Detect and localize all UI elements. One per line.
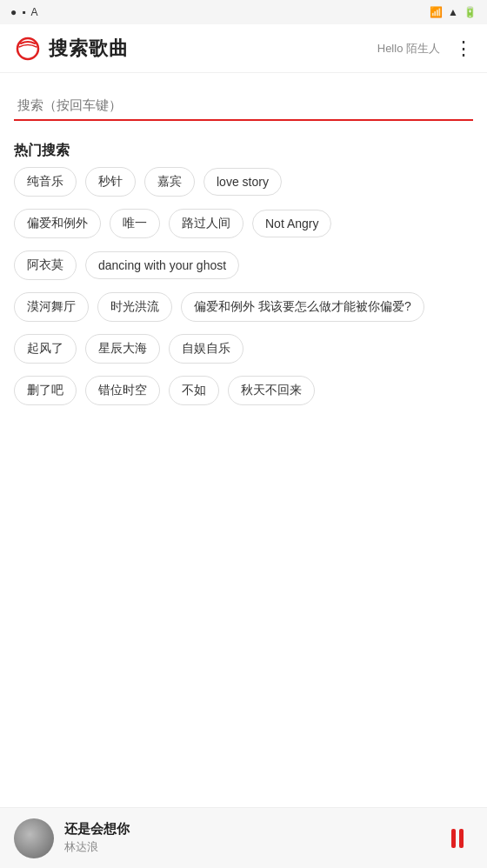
tag-mo-he[interactable]: 漠河舞厅 bbox=[14, 292, 89, 322]
bottom-player: 还是会想你 林达浪 bbox=[0, 807, 487, 868]
tags-row-2: 偏爱和例外 唯一 路过人间 Not Angry bbox=[14, 209, 473, 238]
tag-rather[interactable]: 不如 bbox=[169, 376, 219, 405]
tag-not-angry[interactable]: Not Angry bbox=[252, 210, 331, 237]
header: 搜索歌曲 Hello 陌生人 ⋮ bbox=[0, 24, 487, 73]
logo-icon bbox=[14, 35, 42, 63]
search-input[interactable] bbox=[14, 90, 473, 121]
pause-bar-right bbox=[459, 829, 464, 848]
player-avatar bbox=[14, 818, 54, 858]
header-hello-text: Hello 陌生人 bbox=[377, 41, 440, 57]
tags-row-6: 删了吧 错位时空 不如 秋天不回来 bbox=[14, 376, 473, 405]
square-icon: ▪ bbox=[22, 6, 25, 18]
hot-search-title: 热门搜索 bbox=[0, 131, 487, 167]
tag-pian-ai[interactable]: 偏爱和例外 bbox=[14, 209, 101, 238]
tag-wind-rise[interactable]: 起风了 bbox=[14, 334, 77, 364]
player-artist-name: 林达浪 bbox=[64, 839, 431, 855]
tag-dancing-ghost[interactable]: dancing with your ghost bbox=[85, 251, 239, 279]
avatar-image bbox=[14, 818, 54, 858]
tag-delete[interactable]: 删了吧 bbox=[14, 376, 77, 405]
tag-unique[interactable]: 唯一 bbox=[110, 209, 160, 238]
status-bar: ● ▪ A 📶 ▲ 🔋 bbox=[0, 0, 487, 24]
pause-bar-left bbox=[451, 829, 456, 848]
status-bar-left: ● ▪ A bbox=[10, 6, 38, 18]
tags-row-1: 纯音乐 秒针 嘉宾 love story bbox=[14, 167, 473, 197]
tag-pure-music[interactable]: 纯音乐 bbox=[14, 167, 77, 197]
tags-row-5: 起风了 星辰大海 自娱自乐 bbox=[14, 334, 473, 364]
player-info: 还是会想你 林达浪 bbox=[64, 821, 431, 855]
tags-row-4: 漠河舞厅 时光洪流 偏爱和例外 我该要怎么做才能被你偏爱? bbox=[14, 292, 473, 322]
notification-dot-icon: ● bbox=[10, 6, 17, 18]
tags-container: 纯音乐 秒针 嘉宾 love story 偏爱和例外 唯一 路过人间 Not A… bbox=[0, 167, 487, 405]
tag-ayi-mo[interactable]: 阿衣莫 bbox=[14, 250, 77, 280]
wifi-status-icon: 📶 bbox=[430, 6, 443, 18]
tag-starry-sea[interactable]: 星辰大海 bbox=[85, 334, 160, 364]
player-controls bbox=[442, 823, 473, 854]
tag-second-hand[interactable]: 秒针 bbox=[85, 167, 136, 197]
app-logo: 搜索歌曲 bbox=[14, 35, 129, 63]
pause-icon bbox=[451, 829, 464, 848]
tag-time-flood[interactable]: 时光洪流 bbox=[97, 292, 172, 322]
tag-self-entertainment[interactable]: 自娱自乐 bbox=[169, 334, 244, 364]
tag-how-to-be-loved[interactable]: 偏爱和例外 我该要怎么做才能被你偏爱? bbox=[181, 292, 424, 322]
tag-love-story[interactable]: love story bbox=[203, 168, 282, 196]
letter-icon: A bbox=[31, 6, 38, 18]
tag-guest[interactable]: 嘉宾 bbox=[144, 167, 195, 197]
tag-autumn[interactable]: 秋天不回来 bbox=[228, 376, 315, 405]
battery-status-icon: 🔋 bbox=[464, 6, 477, 18]
pause-button[interactable] bbox=[442, 823, 473, 854]
app-title: 搜索歌曲 bbox=[49, 36, 129, 62]
tag-passing[interactable]: 路过人间 bbox=[169, 209, 244, 238]
tags-row-3: 阿衣莫 dancing with your ghost bbox=[14, 250, 473, 280]
status-bar-right: 📶 ▲ 🔋 bbox=[430, 6, 477, 18]
menu-icon[interactable]: ⋮ bbox=[454, 37, 473, 60]
header-right: Hello 陌生人 ⋮ bbox=[377, 37, 473, 60]
signal-status-icon: ▲ bbox=[448, 6, 458, 18]
search-container bbox=[0, 73, 487, 131]
tag-wrong-time[interactable]: 错位时空 bbox=[85, 376, 160, 405]
player-song-title: 还是会想你 bbox=[64, 821, 431, 838]
